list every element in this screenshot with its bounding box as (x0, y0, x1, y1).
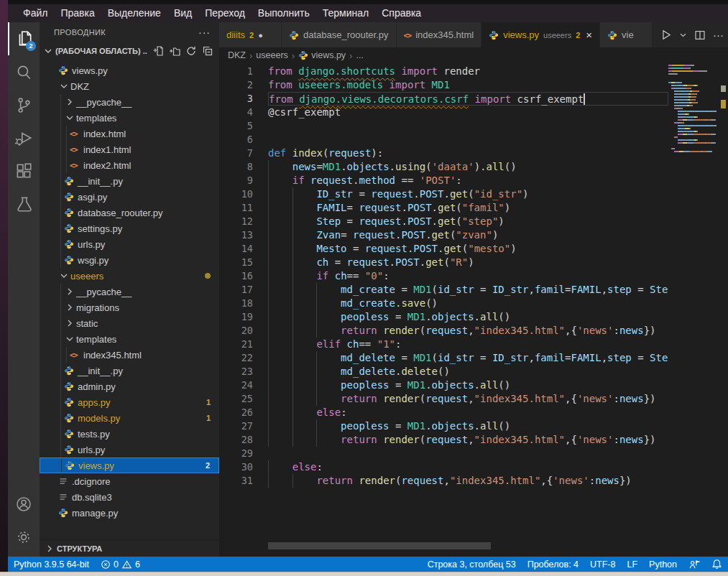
tree-file-__init__.py[interactable]: __init__.py (40, 173, 219, 189)
cursor-position-status[interactable]: Строка 3, столбец 53 (422, 557, 522, 572)
tree-file-db.sqlite3[interactable]: db.sqlite3 (40, 489, 219, 505)
more-actions-icon[interactable]: ··· (713, 29, 724, 41)
tab-views.py[interactable]: views.pyuseeers2× (482, 22, 600, 47)
tree-file-manage.py[interactable]: manage.py (40, 505, 219, 521)
new-file-icon[interactable] (152, 45, 164, 57)
menu-item-выделение[interactable]: Выделение (101, 4, 167, 22)
feedback-icon[interactable] (683, 557, 706, 572)
menu-item-переход[interactable]: Переход (198, 4, 252, 22)
search-activity-icon[interactable] (8, 55, 40, 88)
tree-folder-DKZ[interactable]: DKZ (40, 78, 219, 94)
minimap[interactable] (668, 65, 719, 154)
breadcrumb-item-DKZ[interactable]: DKZ (228, 50, 246, 60)
refresh-icon[interactable] (185, 45, 197, 57)
split-editor-icon[interactable] (694, 29, 706, 41)
indent-guide (316, 365, 341, 378)
tree-file-asgi.py[interactable]: asgi.py (40, 189, 219, 205)
code-line: 27peopless = MD1.objects.all() (219, 419, 668, 433)
tree-file-index1.html[interactable]: <>index1.html (40, 141, 219, 157)
overview-ruler[interactable] (719, 63, 728, 557)
line-content (268, 447, 668, 460)
settings-gear-icon[interactable] (8, 521, 40, 554)
breadcrumb-separator: › (349, 50, 352, 61)
tree-file-models.py[interactable]: models.py1 (40, 410, 219, 426)
tree-folder-__pycache__[interactable]: __pycache__ (40, 284, 219, 299)
collapse-all-icon[interactable] (202, 45, 213, 57)
tree-file-.dcignore[interactable]: .dcignore (40, 473, 219, 489)
line-content (268, 133, 668, 147)
desktop-edge (0, 0, 8, 576)
breadcrumb-item-views.py[interactable]: views.py (298, 50, 346, 60)
tree-file-index345.html[interactable]: <>index345.html (40, 347, 219, 363)
tree-file-index.html[interactable]: <>index.html (40, 126, 219, 141)
tree-folder-templates[interactable]: templates (40, 331, 219, 347)
tree-file-database_roouter.py[interactable]: database_roouter.py (40, 205, 219, 220)
line-number: 9 (219, 174, 253, 187)
run-debug-activity-icon[interactable] (8, 121, 40, 154)
encoding-status[interactable]: UTF-8 (584, 557, 621, 572)
breadcrumb-item-useeers[interactable]: useeers (256, 50, 287, 60)
language-mode-status[interactable]: Python (643, 557, 683, 572)
code-editor[interactable]: 1from django.shortcuts import render2fro… (219, 63, 668, 557)
tree-file-tests.py[interactable]: tests.py (40, 426, 219, 442)
account-icon[interactable] (8, 488, 40, 521)
breadcrumb[interactable]: DKZ›useeers›views.py›... (219, 47, 728, 63)
editor-actions: ··· (653, 22, 728, 47)
tab-database_roouter.py[interactable]: database_roouter.py (282, 22, 397, 47)
tree-file-settings.py[interactable]: settings.py (40, 220, 219, 236)
workspace-section-header[interactable]: (РАБОЧАЯ ОБЛАСТЬ) ... (40, 42, 219, 60)
tree-folder-static[interactable]: static (40, 315, 219, 331)
tree-file-wsgi.py[interactable]: wsgi.py (40, 252, 219, 268)
menu-item-правка[interactable]: Правка (54, 4, 101, 22)
tree-file-admin.py[interactable]: admin.py (40, 378, 219, 394)
code-line: 23md_delete.delete() (219, 365, 668, 378)
tree-file-views.py[interactable]: views.py2 (40, 457, 219, 473)
tree-folder-useeers[interactable]: useeers (40, 268, 219, 284)
tree-folder-migrations[interactable]: migrations (40, 299, 219, 315)
problems-status[interactable]: 0 6 (95, 557, 146, 572)
extensions-activity-icon[interactable] (8, 154, 40, 187)
notifications-bell-icon[interactable] (706, 557, 728, 572)
python-interpreter-status[interactable]: Python 3.9.5 64-bit (8, 557, 95, 572)
minimap-seg (711, 151, 712, 152)
indentation-status[interactable]: Пробелов: 4 (522, 557, 584, 572)
line-content: ch = request.POST.get("R") (268, 256, 668, 269)
close-icon[interactable]: × (586, 29, 592, 41)
line-number: 14 (219, 242, 253, 256)
minimap-line (668, 122, 719, 124)
tree-file-index2.html[interactable]: <>index2.html (40, 157, 219, 173)
tree-file-apps.py[interactable]: apps.py1 (40, 394, 219, 410)
menu-item-терминал[interactable]: Терминал (316, 4, 375, 22)
eol-status[interactable]: LF (621, 557, 643, 572)
gutter-pad (253, 269, 268, 283)
minimap-seg (699, 70, 707, 72)
explorer-activity-icon[interactable]: 2 (8, 22, 40, 55)
tree-file-urls.py[interactable]: urls.py (40, 442, 219, 457)
testing-activity-icon[interactable] (8, 187, 40, 220)
tree-file-views.py[interactable]: views.py (40, 62, 219, 78)
chevron-down-icon (42, 45, 54, 57)
tab-diiits[interactable]: diiits2● (219, 22, 282, 47)
menu-item-вид[interactable]: Вид (167, 4, 198, 22)
source-control-activity-icon[interactable] (8, 88, 40, 121)
horizontal-scrollbar[interactable] (268, 542, 491, 549)
tab-vie[interactable]: vie (600, 22, 653, 47)
tree-file-__init__.py[interactable]: __init__.py (40, 363, 219, 378)
new-folder-icon[interactable] (169, 45, 180, 57)
indent-guide (292, 392, 317, 406)
desktop-bottom-edge (0, 572, 728, 576)
run-dropdown-icon[interactable] (679, 31, 687, 39)
menu-item-выполнить[interactable]: Выполнить (252, 4, 316, 22)
sidebar-more-actions[interactable]: ··· (198, 27, 211, 38)
minimap-line (668, 136, 719, 138)
breadcrumb-item-...[interactable]: ... (356, 50, 363, 60)
menu-item-файл[interactable]: Файл (17, 4, 54, 22)
tree-folder-__pycache__[interactable]: __pycache__ (40, 94, 219, 110)
tree-folder-templates[interactable]: templates (40, 110, 219, 126)
menu-item-справка[interactable]: Справка (375, 4, 428, 22)
line-number: 27 (219, 419, 253, 433)
tree-file-urls.py[interactable]: urls.py (40, 236, 219, 252)
outline-section-header[interactable]: СТРУКТУРА (40, 539, 219, 557)
run-button[interactable] (660, 29, 672, 41)
tab-index345.html[interactable]: <>index345.html (397, 22, 482, 47)
